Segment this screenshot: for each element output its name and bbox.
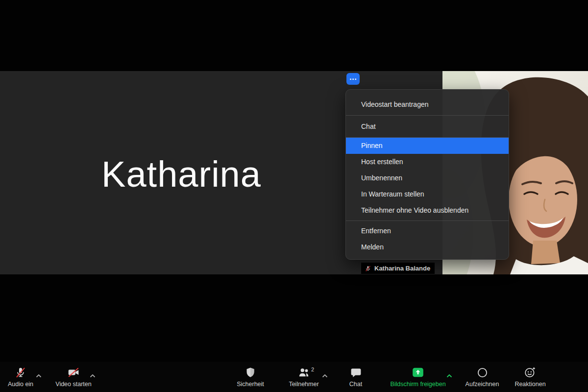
participants-icon: 2 xyxy=(297,366,310,379)
toolbar-audio-button[interactable]: Audio ein xyxy=(3,362,38,392)
toolbar-reactions-button[interactable]: Reaktionen xyxy=(507,362,553,392)
participants-count-badge: 2 xyxy=(311,367,314,372)
toolbar-participants-button[interactable]: 2 Teilnehmer xyxy=(280,362,327,392)
shield-icon xyxy=(245,366,256,379)
menu-item-in-warteraum-stellen[interactable]: In Warteraum stellen xyxy=(346,186,509,202)
menu-item-melden[interactable]: Melden xyxy=(346,239,509,255)
menu-item-umbenennen[interactable]: Umbenennen xyxy=(346,170,509,186)
toolbar-record-button[interactable]: Aufzeichnen xyxy=(459,362,505,392)
meeting-toolbar: Audio ein Video starten xyxy=(0,362,588,392)
muted-mic-icon xyxy=(365,265,371,272)
toolbar-record-label: Aufzeichnen xyxy=(466,381,499,388)
toolbar-chat-label: Chat xyxy=(349,381,362,388)
toolbar-participants-label: Teilnehmer xyxy=(289,381,318,388)
audio-options-chevron-icon[interactable] xyxy=(35,371,43,377)
main-participant-name: Katharina xyxy=(0,153,363,195)
participant-name-badge: Katharina Balande xyxy=(361,263,435,274)
microphone-muted-icon xyxy=(14,366,27,379)
video-options-chevron-icon[interactable] xyxy=(89,371,97,377)
menu-separator xyxy=(346,220,509,221)
toolbar-security-button[interactable]: Sicherheit xyxy=(228,362,272,392)
participants-options-chevron-icon[interactable] xyxy=(321,371,329,377)
toolbar-share-screen-button[interactable]: Bildschirm freigeben xyxy=(383,362,453,392)
menu-item-pinnen[interactable]: Pinnen xyxy=(346,138,509,154)
menu-item-entfernen[interactable]: Entfernen xyxy=(346,223,509,239)
toolbar-security-label: Sicherheit xyxy=(237,381,264,388)
toolbar-chat-button[interactable]: Chat xyxy=(339,362,373,392)
share-screen-icon xyxy=(412,366,424,379)
menu-item-videostart-beantragen[interactable]: Videostart beantragen xyxy=(346,94,509,115)
reactions-smiley-icon xyxy=(524,366,537,379)
toolbar-reactions-label: Reaktionen xyxy=(514,381,545,388)
more-options-button[interactable]: … xyxy=(346,73,360,85)
toolbar-audio-label: Audio ein xyxy=(8,381,33,388)
participant-name-text: Katharina Balande xyxy=(374,265,430,272)
toolbar-video-label: Video starten xyxy=(55,381,91,388)
menu-item-chat[interactable]: Chat xyxy=(346,116,509,137)
menu-item-host-erstellen[interactable]: Host erstellen xyxy=(346,154,509,170)
camera-muted-icon xyxy=(67,366,80,379)
share-screen-options-chevron-icon[interactable] xyxy=(446,371,454,377)
participant-context-menu: Videostart beantragen Chat Pinnen Host e… xyxy=(345,89,509,260)
chat-bubble-icon xyxy=(350,366,362,379)
record-circle-icon xyxy=(476,366,489,379)
zoom-meeting-window: Katharina xyxy=(0,0,588,392)
toolbar-share-screen-label: Bildschirm freigeben xyxy=(390,381,445,388)
menu-item-teilnehmer-ohne-video-ausblenden[interactable]: Teilnehmer ohne Video ausblenden xyxy=(346,202,509,219)
